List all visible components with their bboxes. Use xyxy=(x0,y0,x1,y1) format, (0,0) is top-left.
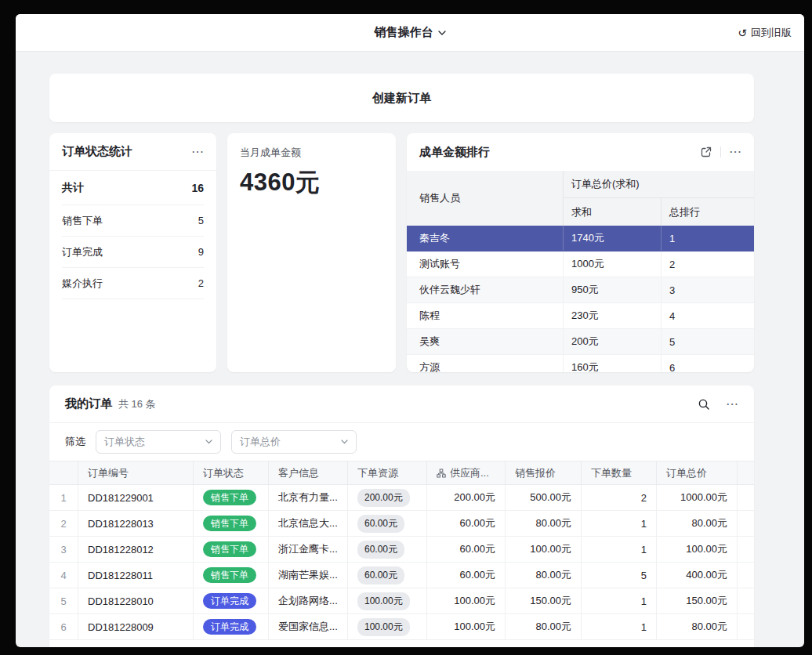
col-index xyxy=(49,461,78,485)
order-total-filter-select[interactable]: 订单总价 xyxy=(231,430,357,454)
order-row[interactable]: 4 DD181228011 销售下单 湖南芒果娱... 60.00元 60.00… xyxy=(49,563,754,588)
chevron-down-icon xyxy=(341,440,348,444)
back-to-old-version-link[interactable]: ↺ 回到旧版 xyxy=(738,14,792,51)
order-total: 400.00元 xyxy=(657,563,738,588)
customer: 爱国家信息... xyxy=(269,614,348,640)
chevron-down-icon xyxy=(205,440,212,444)
order-total: 80.00元 xyxy=(657,511,738,537)
ranking-row[interactable]: 吴爽 200元 5 xyxy=(407,329,754,355)
ranking-row[interactable]: 方源 160元 6 xyxy=(407,355,754,372)
order-no: DD181228009 xyxy=(78,614,194,640)
more-menu-icon[interactable]: ⋯ xyxy=(191,146,204,158)
col-qty: 下单数量 xyxy=(582,461,657,485)
ranking-header: 成单金额排行 ⋯ xyxy=(407,133,754,171)
ranking-sum: 200元 xyxy=(564,329,662,354)
supplier-price: 60.00元 xyxy=(427,563,506,588)
row-index: 5 xyxy=(49,588,78,614)
status-value: 2 xyxy=(198,277,204,289)
filter-bar: 筛选 订单状态 订单总价 xyxy=(49,423,754,461)
ranking-card: 成单金额排行 ⋯ 销售人员 订单总价(求和) 求和 总排 xyxy=(407,133,754,372)
monthly-amount-card: 当月成单金额 4360元 xyxy=(227,133,396,372)
ranking-col-group: 订单总价(求和) xyxy=(564,171,754,198)
resource-tag: 60.00元 xyxy=(357,541,404,559)
order-row[interactable]: 3 DD181228012 销售下单 浙江金鹰卡... 60.00元 60.00… xyxy=(49,537,754,563)
ranking-sum: 950元 xyxy=(564,277,662,302)
create-order-button[interactable]: 创建新订单 xyxy=(49,74,754,122)
ranking-rank: 4 xyxy=(662,303,754,328)
order-row[interactable]: 5 DD181228010 订单完成 企划路网络... 100.00元 100.… xyxy=(49,588,754,614)
status-label: 订单完成 xyxy=(62,245,103,259)
my-orders-title: 我的订单 xyxy=(65,396,112,411)
status-badge: 销售下单 xyxy=(203,490,256,505)
ranking-col-sum: 求和 xyxy=(564,198,662,226)
order-no: DD181228011 xyxy=(78,563,194,588)
screen: 销售操作台 ↺ 回到旧版 创建新订单 订单状态统计 ⋯ xyxy=(0,0,812,655)
app-window: 销售操作台 ↺ 回到旧版 创建新订单 订单状态统计 ⋯ xyxy=(16,14,804,647)
status-row-complete[interactable]: 订单完成 9 xyxy=(62,237,204,268)
status-row-media[interactable]: 媒介执行 2 xyxy=(62,268,204,299)
order-total: 150.00元 xyxy=(657,588,738,614)
resource-tag: 100.00元 xyxy=(357,618,410,636)
order-status-list: 共计 16 销售下单 5 订单完成 9 媒介执行 xyxy=(49,171,216,299)
main-content: 创建新订单 订单状态统计 ⋯ 共计 16 销售下单 xyxy=(16,52,804,647)
status-row-total[interactable]: 共计 16 xyxy=(62,171,204,205)
ranking-row[interactable]: 测试账号 1000元 2 xyxy=(407,252,754,277)
order-status-stats-card: 订单状态统计 ⋯ 共计 16 销售下单 5 订单完成 xyxy=(49,133,216,372)
back-to-old-version-label: 回到旧版 xyxy=(751,26,792,40)
sales-price: 80.00元 xyxy=(506,511,582,537)
resource-tag: 60.00元 xyxy=(357,566,404,584)
ranking-row[interactable]: 秦吉冬 1740元 1 xyxy=(407,226,754,252)
order-row[interactable]: 6 DD181228009 订单完成 爱国家信息... 100.00元 100.… xyxy=(49,614,754,640)
status-badge: 销售下单 xyxy=(203,516,256,531)
status-value: 16 xyxy=(191,182,204,194)
ranking-sum: 1740元 xyxy=(564,226,662,251)
sales-price: 500.00元 xyxy=(506,485,582,511)
ranking-name: 伙伴云魏少轩 xyxy=(407,277,564,302)
col-status: 订单状态 xyxy=(194,461,269,485)
ranking-rank: 3 xyxy=(662,277,754,302)
order-total: 80.00元 xyxy=(657,614,738,640)
status-row-sales[interactable]: 销售下单 5 xyxy=(62,205,204,237)
search-icon[interactable] xyxy=(698,398,710,411)
more-menu-icon[interactable]: ⋯ xyxy=(726,398,738,411)
row-index: 4 xyxy=(49,563,78,588)
status-badge: 销售下单 xyxy=(203,567,256,583)
quantity: 1 xyxy=(582,588,657,614)
row-index: 6 xyxy=(49,614,78,640)
my-orders-actions: ⋯ xyxy=(698,398,738,411)
ranking-rank: 6 xyxy=(662,355,754,372)
ranking-name: 秦吉冬 xyxy=(407,226,564,251)
status-badge: 订单完成 xyxy=(203,619,256,635)
col-price: 销售报价 xyxy=(506,461,582,485)
ranking-sum: 1000元 xyxy=(564,252,662,277)
order-status-filter-select[interactable]: 订单状态 xyxy=(96,430,221,454)
order-total: 1000.00元 xyxy=(657,485,738,511)
monthly-amount-label: 当月成单金额 xyxy=(240,146,383,160)
resource-tag: 60.00元 xyxy=(357,515,404,533)
customer: 企划路网络... xyxy=(269,588,348,614)
sales-price: 100.00元 xyxy=(506,537,582,563)
monthly-amount-value: 4360元 xyxy=(240,166,383,199)
filler-cell xyxy=(738,614,754,640)
order-row[interactable]: 2 DD181228013 销售下单 北京信息大... 60.00元 60.00… xyxy=(49,511,754,537)
customer: 湖南芒果娱... xyxy=(269,563,348,588)
orders-table-header: 订单编号 订单状态 客户信息 下单资源 供应商... 销售报价 下单数量 订单总… xyxy=(49,461,754,485)
ranking-name: 吴爽 xyxy=(407,329,564,354)
ranking-row[interactable]: 陈程 230元 4 xyxy=(407,303,754,329)
col-supplier: 供应商... xyxy=(427,461,506,485)
restore-icon: ↺ xyxy=(738,27,747,38)
quantity: 2 xyxy=(582,485,657,511)
order-total: 100.00元 xyxy=(657,537,738,563)
order-row[interactable]: 1 DD181229001 销售下单 北京有力量... 200.00元 200.… xyxy=(49,485,754,511)
ranking-rank: 1 xyxy=(662,226,754,251)
filler-cell xyxy=(738,588,754,614)
workspace-switcher[interactable]: 销售操作台 xyxy=(375,25,446,40)
order-status-filter-placeholder: 订单状态 xyxy=(104,435,145,449)
sales-price: 80.00元 xyxy=(506,614,582,640)
more-menu-icon[interactable]: ⋯ xyxy=(729,146,741,158)
export-icon[interactable] xyxy=(700,146,712,158)
status-badge: 订单完成 xyxy=(203,593,256,609)
resource-tag: 100.00元 xyxy=(357,592,410,610)
supplier-price: 60.00元 xyxy=(427,537,506,563)
ranking-row[interactable]: 伙伴云魏少轩 950元 3 xyxy=(407,277,754,303)
